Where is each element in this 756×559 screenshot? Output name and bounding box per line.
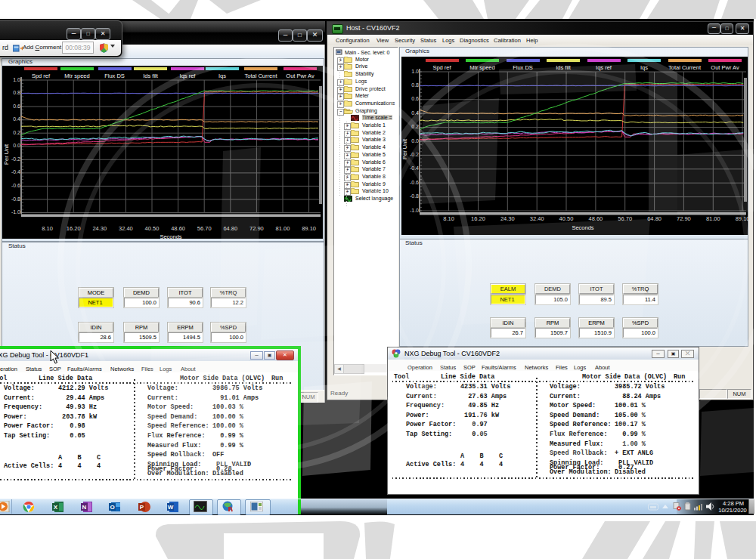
svg-text:X: X — [54, 504, 58, 511]
svg-text:P: P — [140, 504, 144, 511]
svg-text:N: N — [82, 504, 87, 511]
svg-text:O: O — [110, 504, 114, 511]
svg-text:W: W — [168, 504, 174, 511]
